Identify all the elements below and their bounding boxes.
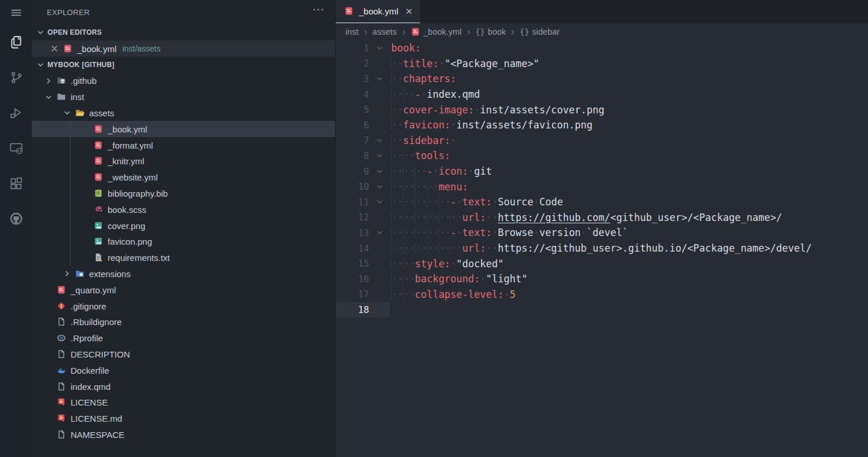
tab-book-yml[interactable]: _book.yml ✕ — [336, 0, 420, 23]
doc-icon — [57, 317, 67, 327]
tree-item-extensions[interactable]: extensions — [32, 266, 335, 282]
tree-item-label: _book.yml — [108, 124, 147, 134]
tree-item--website-yml[interactable]: _website.yml — [32, 169, 335, 186]
chevron-slot — [81, 173, 94, 182]
chevron-slot — [81, 205, 94, 214]
code-area[interactable]: 1book:2··title:·"<Package_name>"3··chapt… — [336, 40, 868, 457]
chevron-right-icon[interactable] — [44, 76, 57, 86]
file-tree: .githubinstassets_book.yml_format.yml_kn… — [32, 73, 335, 443]
line-number: 2 — [336, 58, 369, 69]
fold-icon[interactable] — [369, 151, 390, 160]
tree-item--rbuildignore[interactable]: .Rbuildignore — [32, 314, 335, 330]
line-number: 17 — [336, 289, 369, 300]
tree-item--gitignore[interactable]: .gitignore — [32, 298, 335, 314]
close-tab-icon[interactable]: ✕ — [405, 6, 413, 17]
fold-icon[interactable] — [369, 228, 390, 237]
code-line: 14············url:··https://<github_user… — [336, 241, 868, 256]
chevron-right-icon[interactable] — [62, 269, 75, 278]
tree-item-namespace[interactable]: NAMESPACE — [32, 427, 335, 443]
run-debug-icon — [9, 105, 24, 123]
code-line: 17····collapse-level:·5 — [336, 287, 868, 303]
tree-item-requirements-txt[interactable]: requirements.txt — [32, 250, 335, 266]
tree-item-label: assets — [89, 108, 114, 118]
tree-item--format-yml[interactable]: _format.yml — [32, 137, 335, 153]
chevron-slot — [44, 382, 57, 391]
breadcrumb-item[interactable]: {}sidebar — [520, 27, 560, 36]
chevron-slot — [81, 141, 94, 150]
tree-item-cover-png[interactable]: cover.png — [32, 218, 335, 234]
fold-icon[interactable] — [369, 197, 390, 207]
chevron-down-icon[interactable] — [62, 108, 75, 117]
tree-item-license-md[interactable]: LICENSE.md — [32, 411, 335, 427]
activity-item-github[interactable] — [9, 202, 24, 237]
activity-item-remote-explorer[interactable] — [9, 131, 24, 167]
activity-item-extensions[interactable] — [9, 167, 24, 202]
tree-item-bibliography-bib[interactable]: bibliography.bib — [32, 186, 335, 202]
fold-icon[interactable] — [369, 136, 390, 145]
workspace-header[interactable]: MYBOOK [GITHUB] — [32, 57, 335, 73]
tab-bar: _book.yml ✕ — [336, 0, 868, 23]
tree-item-favicon-png[interactable]: favicon.png — [32, 234, 335, 250]
tree-item--knitr-yml[interactable]: _knitr.yml — [32, 153, 335, 169]
activity-item-source-control[interactable] — [9, 61, 24, 96]
chevron-slot — [44, 349, 57, 359]
yaml-file-icon — [411, 27, 421, 37]
menu-icon[interactable] — [0, 0, 32, 25]
line-number: 6 — [336, 120, 369, 131]
tree-item--github[interactable]: .github — [32, 73, 335, 89]
breadcrumb-item[interactable]: _book.yml — [411, 27, 462, 37]
tree-item-assets[interactable]: assets — [32, 105, 335, 121]
tree-item-label: DESCRIPTION — [71, 349, 130, 359]
tree-item-book-scss[interactable]: book.scss — [32, 201, 335, 218]
line-number: 4 — [336, 89, 369, 100]
chevron-down-icon[interactable] — [44, 93, 57, 102]
tree-item-license[interactable]: LICENSE — [32, 395, 335, 411]
code-line: 3··chapters: — [336, 71, 868, 87]
fold-icon[interactable] — [369, 182, 390, 191]
fold-icon[interactable] — [369, 74, 390, 83]
tree-item-index-qmd[interactable]: index.qmd — [32, 378, 335, 395]
open-editors-label: OPEN EDITORS — [47, 28, 102, 36]
open-editors-header[interactable]: OPEN EDITORS — [32, 24, 335, 40]
editor-group: _book.yml ✕ instassets_book.yml{}book{}s… — [336, 0, 868, 457]
chevron-slot — [44, 301, 57, 311]
tree-item-label: LICENSE.md — [71, 414, 122, 423]
tree-item--quarto-yml[interactable]: _quarto.yml — [32, 282, 335, 298]
open-editor-item[interactable]: _book.ymlinst/assets — [32, 40, 335, 57]
bib-icon — [94, 189, 104, 198]
activity-item-run-debug[interactable] — [9, 96, 24, 131]
activity-item-explorer[interactable] — [9, 25, 24, 61]
chevron-down-icon — [36, 28, 45, 37]
fold-icon[interactable] — [369, 167, 390, 176]
tree-item-label: requirements.txt — [108, 253, 170, 263]
line-number: 14 — [336, 243, 369, 254]
close-editor-icon[interactable] — [50, 44, 59, 53]
explorer-icon — [9, 35, 24, 52]
line-number: 10 — [336, 181, 369, 192]
yaml-icon — [94, 156, 104, 166]
breadcrumb-label: book — [488, 27, 506, 36]
code-line: 13··········-·text:·Browse·version·`deve… — [336, 225, 868, 241]
tree-item-inst[interactable]: inst — [32, 89, 335, 105]
fold-icon[interactable] — [369, 43, 390, 53]
breadcrumb-item[interactable]: inst — [345, 27, 359, 36]
chevron-slot — [81, 157, 94, 166]
tree-item--rprofile[interactable]: R.Rprofile — [32, 330, 335, 347]
chevron-slot — [44, 398, 57, 407]
chevron-down-icon — [36, 60, 45, 69]
breadcrumb-item[interactable]: {}book — [476, 27, 506, 36]
line-number: 8 — [336, 150, 369, 161]
explorer-sidebar: EXPLORER ⋯ OPEN EDITORS _book.ymlinst/as… — [32, 0, 336, 457]
tree-item-label: LICENSE — [71, 397, 108, 407]
more-actions-icon[interactable]: ⋯ — [312, 2, 325, 16]
tree-item-label: .github — [71, 76, 97, 86]
breadcrumb-item[interactable]: assets — [373, 27, 397, 36]
tree-item--book-yml[interactable]: _book.yml — [32, 121, 335, 137]
tree-item-dockerfile[interactable]: Dockerfile — [32, 362, 335, 378]
tree-item-description[interactable]: DESCRIPTION — [32, 347, 335, 363]
code-line: 16····background:·"light" — [336, 271, 868, 287]
yaml-icon — [94, 172, 104, 182]
svg-text:R: R — [60, 335, 64, 341]
github-icon — [9, 211, 24, 228]
git-icon — [57, 301, 67, 311]
